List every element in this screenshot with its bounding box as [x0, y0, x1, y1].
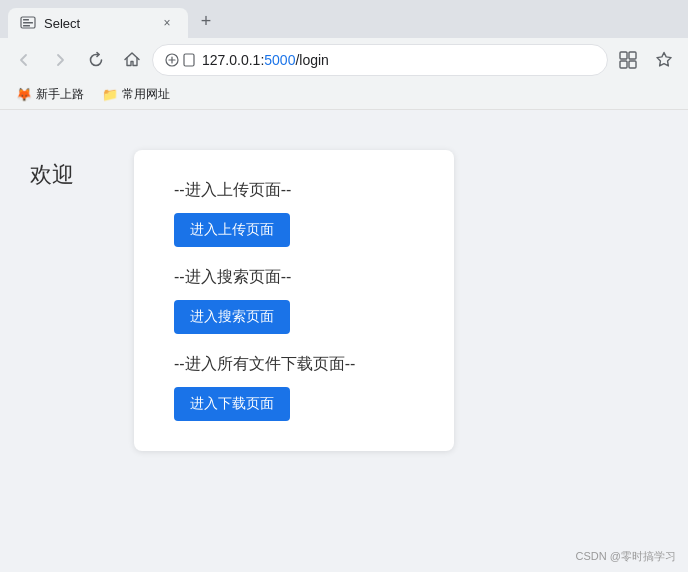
browser-chrome: Select × + — [0, 0, 688, 110]
welcome-heading: 欢迎 — [30, 160, 74, 190]
refresh-button[interactable] — [80, 44, 112, 76]
download-section: --进入所有文件下载页面-- 进入下载页面 — [174, 354, 414, 421]
go-download-button[interactable]: 进入下载页面 — [174, 387, 290, 421]
address-host: 127.0.0.1: — [202, 52, 264, 68]
bookmark-button[interactable] — [648, 44, 680, 76]
main-card: --进入上传页面-- 进入上传页面 --进入搜索页面-- 进入搜索页面 --进入… — [134, 150, 454, 451]
bookmark-item-1[interactable]: 📁 常用网址 — [94, 83, 178, 106]
bookmark-icon-0: 🦊 — [16, 87, 32, 102]
tab-bar: Select × + — [0, 0, 688, 38]
forward-button[interactable] — [44, 44, 76, 76]
extensions-button[interactable] — [612, 44, 644, 76]
go-upload-button[interactable]: 进入上传页面 — [174, 213, 290, 247]
browser-tab[interactable]: Select × — [8, 8, 188, 38]
address-port: 5000 — [264, 52, 295, 68]
security-icon — [165, 53, 196, 67]
svg-rect-6 — [620, 52, 627, 59]
nav-bar: 127.0.0.1:5000/login — [0, 38, 688, 82]
svg-rect-8 — [620, 61, 627, 68]
go-search-button[interactable]: 进入搜索页面 — [174, 300, 290, 334]
bookmark-label-1: 常用网址 — [122, 86, 170, 103]
upload-section-title: --进入上传页面-- — [174, 180, 414, 201]
watermark: CSDN @零时搞学习 — [576, 549, 676, 564]
svg-rect-7 — [629, 52, 636, 59]
tab-title: Select — [44, 16, 150, 31]
search-section-title: --进入搜索页面-- — [174, 267, 414, 288]
upload-section: --进入上传页面-- 进入上传页面 — [174, 180, 414, 247]
tab-favicon — [20, 15, 36, 31]
bookmark-item-0[interactable]: 🦊 新手上路 — [8, 83, 92, 106]
svg-rect-3 — [23, 25, 30, 27]
new-tab-button[interactable]: + — [192, 7, 220, 35]
back-button[interactable] — [8, 44, 40, 76]
home-button[interactable] — [116, 44, 148, 76]
address-path: /login — [295, 52, 328, 68]
search-section: --进入搜索页面-- 进入搜索页面 — [174, 267, 414, 334]
bookmark-label-0: 新手上路 — [36, 86, 84, 103]
bookmark-icon-1: 📁 — [102, 87, 118, 102]
bookmarks-bar: 🦊 新手上路 📁 常用网址 — [0, 82, 688, 110]
address-text: 127.0.0.1:5000/login — [202, 52, 595, 68]
download-section-title: --进入所有文件下载页面-- — [174, 354, 414, 375]
svg-rect-1 — [23, 19, 29, 21]
svg-rect-2 — [23, 22, 33, 24]
svg-rect-9 — [629, 61, 636, 68]
tab-close-button[interactable]: × — [158, 14, 176, 32]
page-content: 欢迎 --进入上传页面-- 进入上传页面 --进入搜索页面-- 进入搜索页面 -… — [0, 110, 688, 572]
svg-rect-5 — [184, 54, 194, 66]
address-bar[interactable]: 127.0.0.1:5000/login — [152, 44, 608, 76]
